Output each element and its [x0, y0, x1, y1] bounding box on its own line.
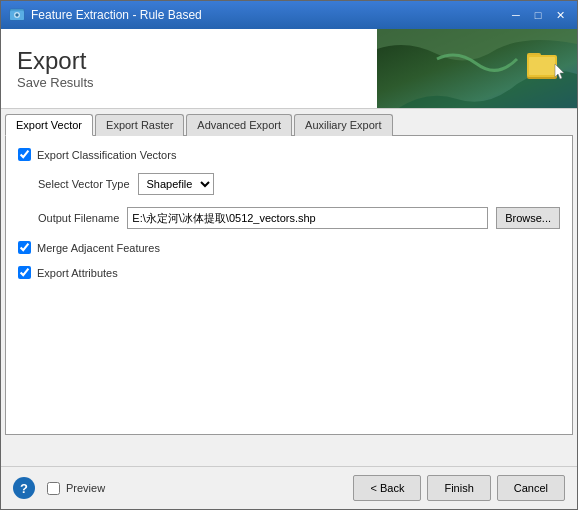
bottom-left: ? Preview — [13, 477, 105, 499]
maximize-button[interactable]: □ — [529, 6, 547, 24]
title-bar: Feature Extraction - Rule Based ─ □ ✕ — [1, 1, 577, 29]
vector-type-row: Select Vector Type Shapefile — [38, 173, 560, 195]
export-attributes-checkbox[interactable] — [18, 266, 31, 279]
header-area: Export Save Results — [1, 29, 577, 109]
export-panel: Export Classification Vectors Select Vec… — [5, 135, 573, 435]
tab-advanced-export[interactable]: Advanced Export — [186, 114, 292, 136]
close-button[interactable]: ✕ — [551, 6, 569, 24]
main-window: Feature Extraction - Rule Based ─ □ ✕ Ex… — [0, 0, 578, 510]
help-button[interactable]: ? — [13, 477, 35, 499]
svg-rect-7 — [529, 57, 555, 75]
finish-button[interactable]: Finish — [427, 475, 490, 501]
header-image — [377, 29, 577, 109]
bottom-buttons: < Back Finish Cancel — [353, 475, 565, 501]
tab-bar: Export Vector Export Raster Advanced Exp… — [1, 109, 577, 135]
export-vectors-row: Export Classification Vectors — [18, 148, 560, 161]
header-text: Export Save Results — [17, 47, 94, 91]
browse-button[interactable]: Browse... — [496, 207, 560, 229]
vector-type-select[interactable]: Shapefile — [138, 173, 214, 195]
tab-export-raster[interactable]: Export Raster — [95, 114, 184, 136]
preview-row: Preview — [47, 482, 105, 495]
header-imagery — [377, 29, 577, 109]
export-attributes-row: Export Attributes — [18, 266, 560, 279]
minimize-button[interactable]: ─ — [507, 6, 525, 24]
vector-type-label: Select Vector Type — [38, 178, 130, 190]
spacer — [1, 435, 577, 466]
title-bar-left: Feature Extraction - Rule Based — [9, 6, 202, 25]
merge-adjacent-checkbox[interactable] — [18, 241, 31, 254]
header-title: Export — [17, 47, 94, 76]
merge-adjacent-label: Merge Adjacent Features — [37, 242, 160, 254]
merge-adjacent-row: Merge Adjacent Features — [18, 241, 560, 254]
title-text: Feature Extraction - Rule Based — [31, 8, 202, 22]
cancel-button[interactable]: Cancel — [497, 475, 565, 501]
preview-label: Preview — [66, 482, 105, 494]
app-icon — [9, 6, 25, 25]
export-vectors-checkbox[interactable] — [18, 148, 31, 161]
tab-auxiliary-export[interactable]: Auxiliary Export — [294, 114, 392, 136]
back-button[interactable]: < Back — [353, 475, 421, 501]
header-subtitle: Save Results — [17, 75, 94, 90]
title-bar-controls: ─ □ ✕ — [507, 6, 569, 24]
preview-checkbox[interactable] — [47, 482, 60, 495]
output-filename-label: Output Filename — [38, 212, 119, 224]
export-attributes-label: Export Attributes — [37, 267, 118, 279]
output-filename-row: Output Filename Browse... — [38, 207, 560, 229]
bottom-area: ? Preview < Back Finish Cancel — [1, 466, 577, 509]
export-vectors-label: Export Classification Vectors — [37, 149, 176, 161]
content-body: Export Vector Export Raster Advanced Exp… — [1, 109, 577, 509]
output-filename-input[interactable] — [127, 207, 488, 229]
tab-export-vector[interactable]: Export Vector — [5, 114, 93, 136]
